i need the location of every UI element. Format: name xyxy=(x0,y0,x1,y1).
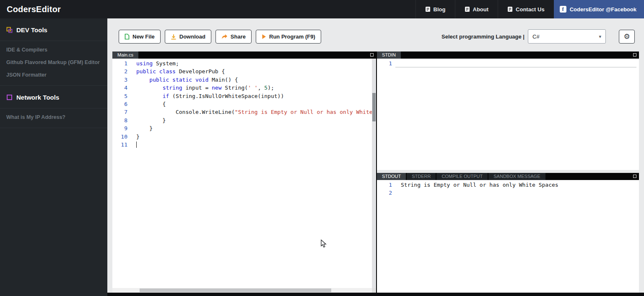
line-number: 8 xyxy=(112,116,131,124)
maximize-icon[interactable] xyxy=(633,175,636,178)
code-line[interactable]: 1String is Empty or Null or has only Whi… xyxy=(377,181,639,189)
code-line[interactable]: 6 { xyxy=(112,100,376,108)
language-toolbar: Select programming Language | C# ▾ ⚙ xyxy=(441,29,635,44)
line-content: if (String.IsNullOrWhiteSpace(input)) xyxy=(131,92,376,100)
line-content: public static void Main() { xyxy=(131,76,376,84)
stdout-lines: 1String is Empty or Null or has only Whi… xyxy=(377,181,639,197)
code-line[interactable]: 9 } xyxy=(112,124,376,132)
sidebar-item-what-is-my-ip[interactable]: What is My IP Address? xyxy=(0,111,107,124)
editor-horizontal-scrollbar[interactable] xyxy=(112,288,372,293)
editor-vertical-scrollbar[interactable] xyxy=(372,59,376,288)
run-program-label: Run Program (F9) xyxy=(269,33,315,40)
top-nav: Blog About Contact Us f CodersEditor @Fa… xyxy=(415,0,644,18)
share-label: Share xyxy=(231,33,246,40)
editor-vertical-scroll-thumb[interactable] xyxy=(372,93,376,121)
output-body[interactable]: 1String is Empty or Null or has only Whi… xyxy=(377,180,639,293)
stdin-panel: STDIN 1 xyxy=(377,51,639,170)
line-number: 5 xyxy=(112,92,131,100)
download-icon xyxy=(171,34,177,40)
nav-item-blog[interactable]: Blog xyxy=(415,0,455,18)
line-content: Console.WriteLine("String is Empty or Nu… xyxy=(131,108,376,116)
maximize-icon[interactable] xyxy=(370,53,374,57)
sidebar-section-dev-tools[interactable]: DEV Tools xyxy=(0,18,107,41)
line-content: public class DeveloperPub { xyxy=(131,67,376,75)
document-icon xyxy=(507,6,513,12)
line-number: 2 xyxy=(377,189,395,197)
code-editor-panel: Main.cs 1using System;2public class Deve… xyxy=(112,51,376,293)
nav-item-contact-us[interactable]: Contact Us xyxy=(498,0,554,18)
code-line[interactable]: 3 public static void Main() { xyxy=(112,76,376,84)
line-content xyxy=(395,189,639,197)
code-line[interactable]: 2 xyxy=(377,189,639,197)
editor-horizontal-scroll-thumb[interactable] xyxy=(140,288,331,292)
run-program-button[interactable]: Run Program (F9) xyxy=(256,30,321,44)
sidebar-item-gfm-editor[interactable]: Github Flavored Markup (GFM) Editor xyxy=(0,56,107,69)
code-line[interactable]: 5 if (String.IsNullOrWhiteSpace(input)) xyxy=(112,92,376,100)
top-bar: CodersEditor Blog About Contact Us f Cod… xyxy=(0,0,644,18)
tab-compile-output[interactable]: COMPILE OUTPUT xyxy=(436,173,488,180)
language-select[interactable]: C# ▾ xyxy=(528,29,606,44)
editor-header: Main.cs xyxy=(112,51,376,59)
network-tools-icon xyxy=(6,94,13,100)
line-number: 1 xyxy=(377,181,395,189)
code-line[interactable]: 2public class DeveloperPub { xyxy=(112,67,376,75)
download-label: Download xyxy=(179,33,205,40)
line-content xyxy=(395,59,636,67)
nav-item-label: Contact Us xyxy=(516,6,545,13)
line-number: 11 xyxy=(112,141,131,149)
share-icon xyxy=(221,34,228,39)
line-content: using System; xyxy=(131,59,376,67)
sidebar-dev-tools-items: IDE & Compilers Github Flavored Markup (… xyxy=(0,41,107,86)
facebook-button-label: CodersEditor @Facebook xyxy=(570,6,636,13)
scrollbar-corner xyxy=(372,288,376,293)
line-number: 1 xyxy=(377,59,395,67)
line-number: 6 xyxy=(112,100,131,108)
share-button[interactable]: Share xyxy=(216,30,252,44)
sidebar-section-network-tools[interactable]: Network Tools xyxy=(0,86,107,108)
sidebar-item-json-formatter[interactable]: JSON Formatter xyxy=(0,69,107,81)
language-select-label: Select programming Language | xyxy=(441,33,525,40)
main-area: New File Download Share Run Program (F9)… xyxy=(107,18,644,293)
nav-item-label: Blog xyxy=(434,6,446,13)
line-number: 2 xyxy=(112,67,131,75)
tab-stdout[interactable]: STDOUT xyxy=(377,173,406,180)
line-content: } xyxy=(131,124,376,132)
facebook-button[interactable]: f CodersEditor @Facebook xyxy=(554,0,644,18)
editor-body[interactable]: 1using System;2public class DeveloperPub… xyxy=(112,59,376,293)
line-number: 1 xyxy=(112,59,131,67)
output-header: STDOUT STDERR COMPILE OUTPUT SANDBOX MES… xyxy=(377,173,639,180)
line-number: 3 xyxy=(112,76,131,84)
new-file-button[interactable]: New File xyxy=(119,30,161,44)
code-line[interactable]: 1using System; xyxy=(112,59,376,67)
code-line[interactable]: 11 xyxy=(112,141,376,149)
sidebar-item-ide-compilers[interactable]: IDE & Compilers xyxy=(0,44,107,56)
stdin-body[interactable]: 1 xyxy=(377,59,639,170)
language-select-value: C# xyxy=(532,33,540,40)
line-number: 9 xyxy=(112,124,131,132)
new-file-label: New File xyxy=(132,33,155,40)
code-line[interactable]: 10} xyxy=(112,133,376,141)
code-line[interactable]: 4 string input = new String(' ', 5); xyxy=(112,84,376,92)
maximize-icon[interactable] xyxy=(633,53,636,57)
tab-sandbox-message[interactable]: SANDBOX MESSAGE xyxy=(488,173,545,180)
code-line[interactable]: 7 Console.WriteLine("String is Empty or … xyxy=(112,108,376,116)
line-content: string input = new String(' ', 5); xyxy=(131,84,376,92)
line-number: 7 xyxy=(112,108,131,116)
stdin-lines: 1 xyxy=(377,59,639,67)
line-content: } xyxy=(131,116,376,124)
download-button[interactable]: Download xyxy=(165,30,211,44)
line-number: 10 xyxy=(112,133,131,141)
editor-file-tab[interactable]: Main.cs xyxy=(112,51,138,59)
tab-stderr[interactable]: STDERR xyxy=(407,173,436,180)
settings-button[interactable]: ⚙ xyxy=(619,30,635,44)
sidebar: DEV Tools IDE & Compilers Github Flavore… xyxy=(0,18,107,296)
app-logo: CodersEditor xyxy=(0,5,61,14)
stdin-tab[interactable]: STDIN xyxy=(377,51,401,59)
dev-tools-icon xyxy=(6,27,13,33)
code-line[interactable]: 8 } xyxy=(112,116,376,124)
facebook-icon: f xyxy=(560,6,566,13)
code-line[interactable]: 1 xyxy=(377,59,639,67)
nav-item-about[interactable]: About xyxy=(455,0,498,18)
line-content: String is Empty or Null or has only Whit… xyxy=(395,181,639,189)
document-icon xyxy=(425,6,431,12)
